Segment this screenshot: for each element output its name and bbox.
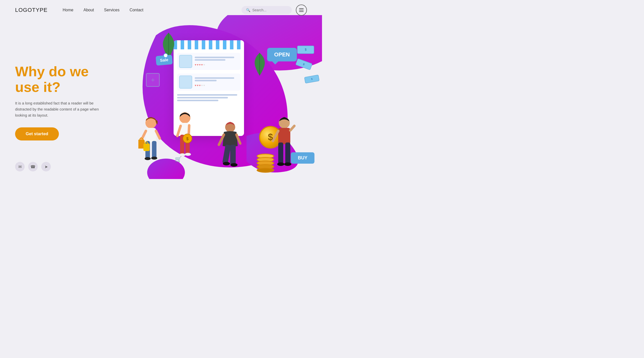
hamburger-line <box>299 10 304 10</box>
logo-text-bold: LOGO <box>15 7 32 13</box>
product-lines: ♥ ♥ ♥ ♥ ♥ <box>195 57 238 66</box>
nav-about[interactable]: About <box>84 8 94 12</box>
product-image-2 <box>179 76 192 89</box>
svg-rect-13 <box>152 141 156 159</box>
product-row-2: ♥ ♥ ♥ ♥ ♥ <box>177 74 240 91</box>
svg-point-36 <box>230 163 237 167</box>
svg-point-35 <box>223 162 230 165</box>
character-man-coin <box>272 116 297 174</box>
svg-rect-19 <box>143 144 150 151</box>
nav-services[interactable]: Services <box>104 8 119 12</box>
product-info-2: ♥ ♥ ♥ ♥ ♥ <box>195 77 238 87</box>
product-line <box>195 59 225 61</box>
leaf-right <box>253 53 267 77</box>
hamburger-line <box>299 8 304 9</box>
svg-rect-42 <box>285 142 290 164</box>
character-pushing-man <box>216 121 244 171</box>
svg-rect-41 <box>278 142 283 164</box>
svg-point-44 <box>284 162 291 166</box>
hamburger-line <box>299 11 304 12</box>
money-bill-1: $ <box>297 45 314 55</box>
mockup-footer <box>177 94 240 101</box>
svg-point-43 <box>277 162 284 166</box>
search-icon: 🔍 <box>246 8 250 12</box>
navbar: LOGOTYPE Home About Services Contact 🔍 <box>0 0 322 20</box>
awning <box>174 40 244 49</box>
send-icon[interactable]: ➤ <box>41 162 51 171</box>
bottom-icons: ✉ ☎ ➤ <box>15 162 51 171</box>
nav-right: 🔍 <box>242 5 307 16</box>
blob-container: ♥ ♥ ♥ ♥ ♥ <box>116 15 322 179</box>
product-lines-2: ♥ ♥ ♥ ♥ ♥ <box>195 77 238 87</box>
svg-line-46 <box>290 126 294 130</box>
product-row-1: ♥ ♥ ♥ ♥ ♥ <box>177 53 240 70</box>
logo[interactable]: LOGOTYPE <box>15 7 48 13</box>
svg-line-17 <box>156 131 160 138</box>
hero-right: ♥ ♥ ♥ ♥ ♥ <box>116 25 307 179</box>
nav-links: Home About Services Contact <box>63 8 143 12</box>
product-line <box>195 80 217 81</box>
illustration: ♥ ♥ ♥ ♥ ♥ <box>126 20 317 179</box>
open-bubble: OPEN <box>267 48 297 61</box>
product-rating-2: ♥ ♥ ♥ ♥ ♥ <box>195 84 238 87</box>
product-image-1 <box>179 55 192 68</box>
search-bar[interactable]: 🔍 <box>242 6 292 14</box>
footer-line <box>177 100 218 101</box>
svg-rect-33 <box>222 145 231 164</box>
logo-text-light: TYPE <box>32 7 48 13</box>
sale-tag: Sale <box>155 55 173 66</box>
product-line <box>195 57 234 58</box>
svg-text:🛒: 🛒 <box>175 156 182 163</box>
money-bill-2: $ <box>295 58 313 71</box>
product-rating: ♥ ♥ ♥ ♥ ♥ <box>195 63 238 66</box>
hero-left: Why do we use it? It is a long establish… <box>15 64 116 140</box>
product-line <box>195 77 234 79</box>
hero-section: Why do we use it? It is a long establish… <box>0 20 322 179</box>
footer-line <box>177 97 228 98</box>
hero-title: Why do we use it? <box>15 64 116 95</box>
svg-line-26 <box>177 126 181 136</box>
mockup-body: ♥ ♥ ♥ ♥ ♥ <box>174 49 244 105</box>
footer-line <box>177 94 237 96</box>
svg-point-25 <box>185 153 191 156</box>
svg-rect-34 <box>230 145 236 165</box>
svg-point-15 <box>151 157 157 160</box>
nav-home[interactable]: Home <box>63 8 73 12</box>
hero-description: It is a long established fact that a rea… <box>15 100 101 118</box>
svg-rect-11 <box>146 128 156 143</box>
svg-text:$: $ <box>186 137 189 141</box>
search-input[interactable] <box>252 8 287 12</box>
cta-button[interactable]: Get started <box>15 127 59 140</box>
plus-box: + <box>146 73 160 87</box>
phone-icon[interactable]: ☎ <box>28 162 38 171</box>
svg-text:$: $ <box>305 48 307 51</box>
nav-contact[interactable]: Contact <box>130 8 143 12</box>
character-shopping-woman <box>138 116 164 171</box>
svg-rect-40 <box>278 128 290 144</box>
svg-point-14 <box>145 157 151 160</box>
svg-line-45 <box>273 131 278 141</box>
email-icon[interactable]: ✉ <box>15 162 25 171</box>
character-coin-woman: $ 🛒 <box>174 111 196 171</box>
product-info-1: ♥ ♥ ♥ ♥ ♥ <box>195 57 238 66</box>
menu-button[interactable] <box>296 5 307 16</box>
